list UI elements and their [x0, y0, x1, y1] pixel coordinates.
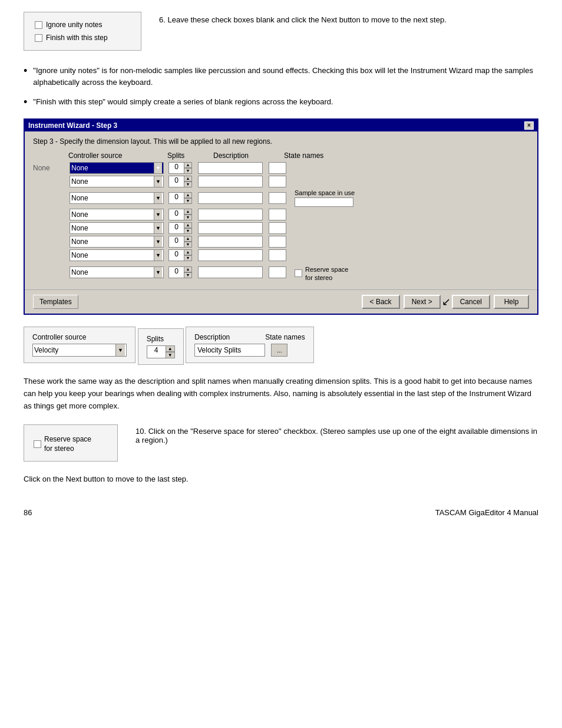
- splits-spinner-1[interactable]: 0 ▲ ▼: [168, 176, 192, 187]
- table-row: None ▼ 0 ▲ ▼: [33, 249, 529, 261]
- controller-select-2[interactable]: None ▼: [70, 192, 164, 204]
- sample-space-label: Sample space in use: [295, 189, 355, 196]
- step6-instruction: 6. Leave these check boxes blank and cli…: [159, 12, 538, 26]
- reserve-checkbox-box: Reserve spacefor stereo: [24, 424, 118, 462]
- controller-detail-select-row: Velocity ▼: [32, 344, 127, 357]
- sample-space-bar: [295, 197, 353, 207]
- table-row: None ▼ 0 ▲ ▼: [33, 236, 529, 248]
- bullet-section: • "Ignore unity notes" is for non-melodi…: [24, 65, 538, 109]
- reserve-stereo-checkbox[interactable]: [295, 269, 302, 277]
- sample-space-area: Sample space in use: [295, 189, 355, 207]
- splits-detail-spinner: 4 ▲ ▼: [147, 345, 175, 358]
- header-splits: Splits: [167, 151, 213, 160]
- splits-spinner-6[interactable]: 0 ▲ ▼: [168, 249, 192, 261]
- description-field-5[interactable]: [198, 236, 263, 248]
- bullet-item-2: • "Finish with this step" would simply c…: [24, 96, 538, 109]
- controller-select-3[interactable]: None ▼: [70, 209, 164, 220]
- description-field-3[interactable]: [198, 209, 263, 220]
- splits-detail-input[interactable]: 4: [147, 345, 166, 358]
- description-field-6[interactable]: [198, 249, 263, 261]
- state-field-4[interactable]: [269, 222, 286, 234]
- spinner-down-0[interactable]: ▼: [184, 168, 192, 174]
- bullet-text-2: "Finish with this step" would simply cre…: [33, 96, 333, 109]
- table-row: None ▼ 0 ▲ ▼: [33, 209, 529, 220]
- splits-detail-label: Splits: [147, 335, 175, 343]
- state-field-6[interactable]: [269, 249, 286, 261]
- cancel-button[interactable]: Cancel: [452, 295, 490, 309]
- controller-select-7[interactable]: None ▼: [70, 266, 164, 278]
- table-row: None ▼ 0 ▲ ▼ Sampl: [33, 189, 529, 207]
- table-row: None ▼ 0 ▲ ▼: [33, 222, 529, 234]
- splits-detail-buttons: ▲ ▼: [166, 345, 175, 358]
- desc-state-detail-box: Description State names Velocity Splits …: [186, 327, 313, 363]
- desc-state-state-button[interactable]: ...: [271, 344, 287, 357]
- controller-select-6[interactable]: None ▼: [70, 249, 164, 261]
- desc-state-desc-field[interactable]: Velocity Splits: [194, 344, 265, 357]
- page-content: Ignore unity notes Finish with this step…: [24, 12, 538, 517]
- header-state-names: State names: [284, 151, 337, 160]
- reserve-instruction-text: 10. Click on the "Reserve space for ster…: [135, 424, 538, 444]
- controller-select-4[interactable]: None ▼: [70, 222, 164, 234]
- desc-state-desc-value: Velocity Splits: [197, 346, 241, 354]
- splits-up-button[interactable]: ▲: [166, 345, 175, 352]
- step6-checkbox-box: Ignore unity notes Finish with this step: [24, 12, 141, 51]
- controller-select-0[interactable]: None ▼: [70, 162, 164, 174]
- state-field-5[interactable]: [269, 236, 286, 248]
- controller-detail-select[interactable]: Velocity ▼: [32, 344, 127, 357]
- description-field-7[interactable]: [198, 266, 263, 278]
- splits-spinner-2[interactable]: 0 ▲ ▼: [168, 192, 192, 204]
- state-field-0[interactable]: [269, 162, 286, 174]
- back-button[interactable]: < Back: [362, 295, 400, 309]
- state-field-2[interactable]: [269, 192, 286, 204]
- splits-spinner-5[interactable]: 0 ▲ ▼: [168, 236, 192, 248]
- state-field-7[interactable]: [269, 266, 286, 278]
- description-field-0[interactable]: [198, 162, 263, 174]
- bullet-dot-2: •: [24, 96, 27, 109]
- ignore-unity-label: Ignore unity notes: [46, 21, 102, 29]
- description-field-4[interactable]: [198, 222, 263, 234]
- description-field-2[interactable]: [198, 192, 263, 204]
- reserve-stereo-row: Reserve spacefor stereo: [295, 265, 348, 282]
- state-field-1[interactable]: [269, 176, 286, 187]
- next-button[interactable]: Next >: [404, 295, 441, 309]
- desc-state-row: Velocity Splits ...: [194, 344, 305, 357]
- finish-step-checkbox[interactable]: [35, 34, 42, 42]
- splits-spinner-3[interactable]: 0 ▲ ▼: [168, 209, 192, 220]
- splits-spinner-0[interactable]: 0 ▲ ▼: [168, 162, 192, 174]
- reserve-checkbox-row: Reserve spacefor stereo: [34, 434, 108, 454]
- controller-select-5[interactable]: None ▼: [70, 236, 164, 248]
- dialog-subtitle: Step 3 - Specify the dimension layout. T…: [33, 137, 529, 146]
- spinner-up-0[interactable]: ▲: [184, 162, 192, 168]
- splits-down-button[interactable]: ▼: [166, 352, 175, 358]
- dialog-close-button[interactable]: ×: [524, 121, 534, 130]
- splits-spinner-7[interactable]: 0 ▲ ▼: [168, 266, 192, 278]
- desc-state-description-label: Description: [194, 333, 230, 341]
- page-number: 86: [24, 508, 32, 517]
- ignore-unity-checkbox[interactable]: [35, 21, 42, 29]
- controller-select-1[interactable]: None ▼: [70, 176, 164, 187]
- dialog-rows-area: None None ▼ 0 ▲ ▼: [33, 162, 529, 284]
- dialog-titlebar: Instrument Wizard - Step 3 ×: [25, 120, 537, 131]
- dialog-footer: Templates < Back Next > ↙ Cancel Help: [25, 289, 537, 314]
- reserve-section: Reserve spacefor stereo 10. Click on the…: [24, 424, 538, 462]
- bullet-dot-1: •: [24, 65, 27, 88]
- state-field-3[interactable]: [269, 209, 286, 220]
- table-row: None ▼ 0 ▲ ▼: [33, 263, 529, 282]
- description-field-1[interactable]: [198, 176, 263, 187]
- table-row: None ▼ 0 ▲ ▼: [33, 176, 529, 187]
- controller-detail-arrow[interactable]: ▼: [115, 344, 125, 356]
- table-row: None None ▼ 0 ▲ ▼: [33, 162, 529, 174]
- controller-detail-box: Controller source Velocity ▼: [24, 327, 135, 363]
- page-footer: 86 TASCAM GigaEditor 4 Manual: [24, 503, 538, 517]
- brand-label: TASCAM GigaEditor 4 Manual: [435, 508, 538, 517]
- cursor-indicator: ↙: [442, 295, 451, 308]
- reserve-stereo-main-checkbox[interactable]: [34, 440, 41, 448]
- bullet-text-1: "Ignore unity notes" is for non-melodic …: [33, 65, 538, 88]
- templates-button[interactable]: Templates: [33, 295, 78, 309]
- help-button[interactable]: Help: [494, 295, 529, 309]
- splits-spinner-4[interactable]: 0 ▲ ▼: [168, 222, 192, 234]
- dialog-column-headers: Controller source Splits Description Sta…: [33, 151, 529, 160]
- ignore-unity-row: Ignore unity notes: [35, 21, 130, 29]
- reserve-stereo-main-label: Reserve spacefor stereo: [44, 434, 91, 454]
- bullet-item-1: • "Ignore unity notes" is for non-melodi…: [24, 65, 538, 88]
